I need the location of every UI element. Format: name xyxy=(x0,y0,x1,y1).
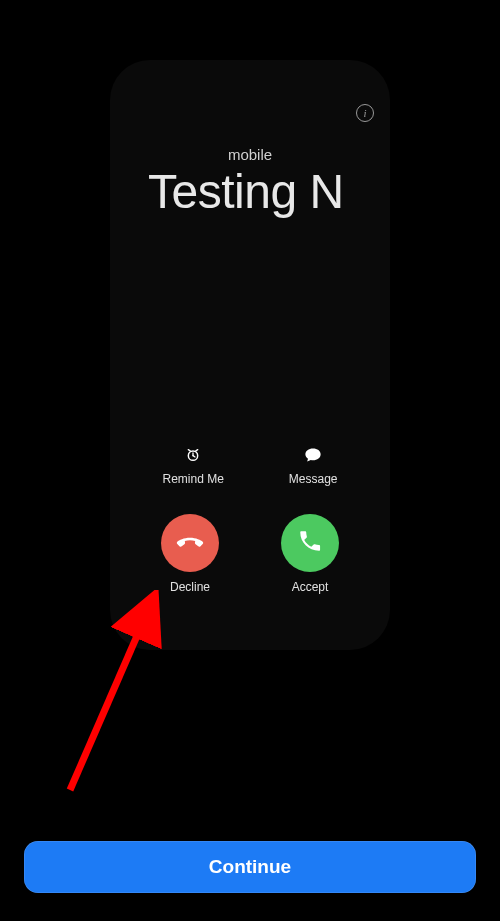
remind-me-button[interactable]: Remind Me xyxy=(162,446,223,486)
continue-label: Continue xyxy=(209,856,291,878)
svg-line-4 xyxy=(196,450,198,451)
primary-actions-row: Decline Accept xyxy=(110,514,390,594)
info-button[interactable]: i xyxy=(356,104,374,122)
svg-line-2 xyxy=(193,456,195,457)
decline-label: Decline xyxy=(170,580,210,594)
continue-button[interactable]: Continue xyxy=(24,841,476,893)
secondary-actions-row: Remind Me Message xyxy=(110,446,390,486)
caller-source-label: mobile xyxy=(110,146,390,163)
decline-circle xyxy=(161,514,219,572)
svg-line-3 xyxy=(188,450,190,451)
alarm-icon xyxy=(184,446,202,464)
message-button[interactable]: Message xyxy=(289,446,338,486)
message-icon xyxy=(304,446,322,464)
info-icon: i xyxy=(363,107,366,119)
decline-button[interactable]: Decline xyxy=(161,514,219,594)
phone-preview-frame: i mobile Testing N Remind Me Me xyxy=(110,60,390,650)
phone-icon xyxy=(297,528,323,558)
accept-label: Accept xyxy=(292,580,329,594)
caller-name: Testing N xyxy=(148,164,390,219)
phone-down-icon xyxy=(174,525,206,561)
remind-me-label: Remind Me xyxy=(162,472,223,486)
accept-button[interactable]: Accept xyxy=(281,514,339,594)
message-label: Message xyxy=(289,472,338,486)
accept-circle xyxy=(281,514,339,572)
